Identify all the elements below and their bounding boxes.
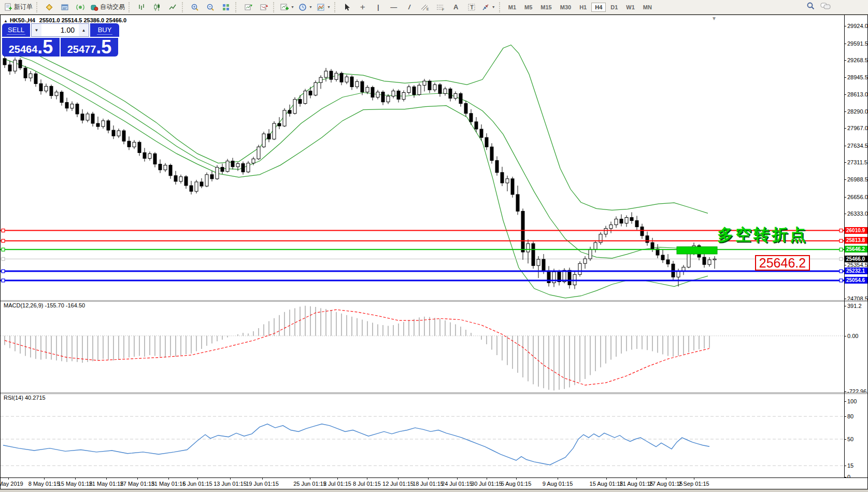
time-tick-label: 8 Jul 01:15 — [353, 481, 381, 487]
timeframe-m30[interactable]: M30 — [557, 3, 575, 12]
rsi-line — [3, 424, 709, 465]
time-tick-label: 18 Jul 01:15 — [412, 481, 444, 487]
line-chart-button[interactable] — [165, 1, 180, 13]
text-tool[interactable]: A — [448, 1, 464, 13]
horizontal-line-tool[interactable]: — — [386, 1, 402, 13]
sell-button[interactable]: SELL — [2, 23, 30, 37]
new-order-label: 新订单 — [14, 3, 33, 11]
text-label-tool[interactable]: T — [464, 1, 479, 13]
time-scale[interactable]: 2 May 20198 May 01:1515 May 01:1521 May … — [1, 477, 867, 489]
arrows-dropdown[interactable]: ▼ — [479, 1, 497, 13]
macd-tick-label: 391.2 — [847, 303, 862, 309]
time-tick — [337, 478, 338, 480]
autotrading-button[interactable]: 自动交易 — [88, 1, 127, 13]
buy-price[interactable]: 25477.5 — [61, 38, 118, 57]
time-tick-label: 27 Aug 01:15 — [649, 481, 683, 487]
macd-pane: MACD(12,26,9) -155.70 -164.50 391.20.00-… — [1, 301, 867, 393]
text-icon: A — [453, 3, 458, 11]
time-tick — [230, 478, 231, 480]
macd-histogram — [5, 306, 709, 390]
price-callout-annotation[interactable]: 25646.2 — [755, 255, 810, 271]
periods-icon — [298, 3, 307, 11]
price-tick-label: 26988.5 — [847, 176, 868, 182]
line-anchor — [2, 270, 5, 273]
candlestick-chart-button[interactable] — [149, 1, 165, 13]
candles-layer[interactable] — [3, 52, 716, 289]
search-icon[interactable] — [806, 2, 815, 12]
timeframe-w1[interactable]: W1 — [622, 3, 638, 12]
chart-window: ▲HK50-,H425501.0 25514.5 25386.0 25466.0… — [0, 15, 868, 489]
rsi-tick-label: 100 — [847, 398, 857, 404]
one-click-trading-panel: SELL ▼ 1.00 ▲ BUY 25464.5 25477.5 — [2, 23, 119, 57]
arrows-icon — [481, 3, 490, 11]
time-tick — [367, 478, 367, 480]
price-tick-label: 27311.5 — [847, 159, 867, 165]
timeframe-h4[interactable]: H4 — [591, 3, 606, 12]
arrange-down-button[interactable] — [256, 1, 272, 13]
volume-decrease-button[interactable]: ▼ — [32, 24, 41, 36]
time-tick — [636, 478, 637, 480]
bollinger-bands — [3, 43, 708, 298]
indicators-dropdown[interactable]: ▼ — [278, 1, 296, 13]
svg-text:F: F — [442, 8, 444, 11]
timeframe-mn[interactable]: MN — [639, 3, 656, 12]
cursor-tool[interactable] — [339, 1, 355, 13]
periods-dropdown[interactable]: ▼ — [296, 1, 315, 13]
cursor-icon — [343, 3, 351, 11]
data-window-button[interactable] — [57, 1, 73, 13]
time-tick-label: 8 May 01:15 — [29, 481, 60, 487]
timeframe-m15[interactable]: M15 — [537, 3, 555, 12]
zoom-in-button[interactable] — [187, 1, 203, 13]
volume-stepper: ▼ 1.00 ▲ — [31, 23, 89, 37]
time-tick-label: 21 Aug 01:15 — [620, 481, 653, 487]
sell-price[interactable]: 25464.5 — [2, 38, 60, 57]
main-toolbar: 新订单 自动交易 ▼ ▼ ▼ + | — / E F A T ▼ — [0, 0, 868, 15]
chevron-down-icon: ▼ — [291, 5, 294, 9]
arrange-up-button[interactable] — [240, 1, 256, 13]
new-order-icon — [4, 3, 12, 11]
time-tick-label: 5 Aug 01:15 — [501, 481, 532, 487]
timeframe-d1[interactable]: D1 — [607, 3, 621, 12]
main-chart-canvas[interactable] — [1, 15, 844, 301]
svg-text:E: E — [426, 7, 429, 11]
line-anchor — [839, 248, 843, 251]
sell-label: SELL — [7, 26, 25, 35]
turning-point-annotation[interactable]: 多空转折点 — [717, 224, 808, 246]
trendline-tool[interactable]: / — [402, 1, 417, 13]
chart-shift-icon[interactable]: ▼ — [712, 16, 717, 21]
zoom-out-button[interactable] — [203, 1, 218, 13]
fibonacci-tool[interactable]: F — [433, 1, 448, 13]
arrange-down-icon — [260, 3, 268, 11]
templates-dropdown[interactable]: ▼ — [315, 1, 333, 13]
crosshair-icon: + — [360, 2, 365, 12]
new-order-button[interactable]: 新订单 — [2, 1, 35, 13]
navigator-button[interactable] — [73, 1, 88, 13]
bar-chart-button[interactable] — [134, 1, 149, 13]
timeframe-m5[interactable]: M5 — [521, 3, 536, 12]
time-tick-label: 27 May 01:15 — [120, 481, 155, 487]
volume-value[interactable]: 1.00 — [41, 24, 79, 36]
collapse-icon[interactable]: ▲ — [4, 19, 8, 23]
volume-increase-button[interactable]: ▲ — [79, 24, 89, 36]
chevron-down-icon: ▼ — [327, 5, 331, 9]
buy-button[interactable]: BUY — [90, 23, 119, 37]
vertical-line-tool[interactable]: | — [371, 1, 386, 13]
macd-canvas[interactable] — [1, 301, 844, 393]
crosshair-tool[interactable]: + — [355, 1, 371, 13]
channel-tool[interactable]: E — [417, 1, 433, 13]
tile-windows-button[interactable] — [218, 1, 234, 13]
timeframe-h1[interactable]: H1 — [576, 3, 590, 12]
svg-text:T: T — [470, 5, 473, 10]
price-badge: 26010.9 — [845, 227, 867, 234]
market-watch-button[interactable] — [41, 1, 57, 13]
price-tick-label: 27634.5 — [847, 143, 868, 149]
chat-icon[interactable] — [820, 2, 831, 12]
templates-icon — [317, 3, 325, 11]
highlight-rect[interactable] — [677, 247, 717, 254]
rsi-canvas[interactable] — [1, 393, 844, 477]
price-tick-label: 27967.0 — [847, 125, 868, 131]
price-tick-label: 29924.0 — [847, 23, 868, 29]
price-badge: 25813.8 — [845, 237, 867, 244]
price-badge: 25054.6 — [845, 277, 867, 284]
timeframe-m1[interactable]: M1 — [505, 3, 520, 12]
